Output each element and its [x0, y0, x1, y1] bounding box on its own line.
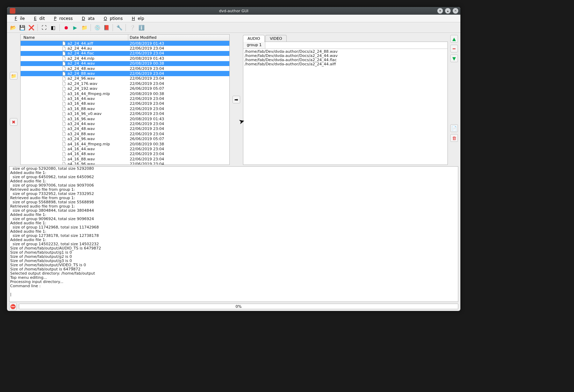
file-icon [62, 112, 66, 116]
record-icon[interactable]: ⏺ [62, 24, 70, 31]
file-row[interactable]: a3_16_44_ffmpeg.mlp20/08/2019 00:38 [21, 91, 229, 96]
file-row[interactable]: a2_24_44.mlp20/08/2019 01:43 [21, 56, 229, 61]
move-up-button[interactable]: ▲ [450, 35, 458, 43]
file-icon [62, 127, 66, 131]
file-icon [62, 41, 66, 45]
file-icon [62, 122, 66, 126]
delete-group-button[interactable]: 🗑 [450, 134, 458, 142]
file-icon [62, 92, 66, 96]
file-row[interactable]: a3_24_96.wav26/06/2019 05:07 [21, 136, 229, 141]
group-tab[interactable]: group 1 [243, 42, 265, 49]
file-icon [62, 117, 66, 121]
red-folder-icon[interactable]: 📕 [102, 24, 110, 31]
menu-file[interactable]: File [9, 15, 28, 22]
menu-help[interactable]: Help [126, 15, 147, 22]
file-date: 20/08/2019 00:38 [128, 142, 164, 146]
file-name: a3_24_44.wav [67, 122, 95, 126]
app-icon [10, 8, 15, 14]
file-row[interactable]: a4_16_96.wav22/06/2019 23:04 [21, 161, 229, 165]
select-all-icon[interactable]: ⛶ [40, 24, 48, 31]
file-date: 22/06/2019 23:04 [128, 107, 164, 111]
app-window: dvd-author GUI ▾ ▴ ✕ FileEditProcessData… [7, 7, 460, 311]
file-row[interactable]: a3_16_88.wav22/06/2019 23:04 [21, 106, 229, 111]
file-row[interactable]: a2_24_88.wav22/06/2019 23:04 [21, 71, 229, 76]
file-name: a2_24_44.mlp [67, 56, 94, 61]
file-date: 22/06/2019 23:04 [128, 101, 164, 106]
help-icon[interactable]: ❔ [128, 24, 136, 31]
open-icon[interactable]: 📂 [9, 24, 17, 31]
file-row[interactable]: a3_24_44.wav22/06/2019 23:04 [21, 121, 229, 126]
file-name: a4_16_88.wav [67, 157, 95, 161]
file-row[interactable]: a2_24_176.wav22/06/2019 23:04 [21, 81, 229, 86]
file-list-body[interactable]: a2_24_44.aiff20/08/2019 01:43a2_24_44.au… [21, 41, 229, 165]
file-date: 22/06/2019 23:04 [128, 152, 164, 156]
file-row[interactable]: a2_24_44.wav20/08/2019 00:38 [21, 61, 229, 66]
menu-process[interactable]: Process [48, 15, 76, 22]
file-row[interactable]: a3_16_44.wav22/06/2019 23:04 [21, 96, 229, 101]
output-folder-icon[interactable]: 📁 [80, 24, 88, 31]
file-row[interactable]: a3_24_48.wav22/06/2019 23:04 [21, 126, 229, 131]
left-side-buttons: 📁 ✖ [9, 34, 18, 165]
file-row[interactable]: a3_16_96.wav20/08/2019 01:43 [21, 116, 229, 121]
column-header-name[interactable]: Name [21, 35, 128, 41]
delete-icon[interactable]: ❌ [27, 24, 35, 31]
file-row[interactable]: a2_24_44.aiff20/08/2019 01:43 [21, 41, 229, 46]
file-name: a3_16_96_v0.wav [67, 111, 102, 116]
group-list-item[interactable]: /home/fab/Dev/dvda-author/Docs/a2_24_44.… [245, 62, 446, 66]
remove-item-button[interactable]: ━ [450, 45, 458, 52]
file-date: 22/06/2019 23:04 [128, 111, 164, 116]
file-row[interactable]: a4_16_88.wav22/06/2019 23:04 [21, 157, 229, 161]
file-row[interactable]: a3_24_88.wav22/06/2019 23:04 [21, 131, 229, 136]
file-icon [62, 142, 66, 146]
file-row[interactable]: a3_16_96_v0.wav22/06/2019 23:04 [21, 111, 229, 116]
minimize-button[interactable]: ▾ [437, 8, 443, 14]
file-row[interactable]: a4_16_48.wav22/06/2019 23:04 [21, 152, 229, 157]
move-down-button[interactable]: ▼ [450, 55, 458, 62]
new-group-button[interactable]: 📄 [450, 124, 458, 132]
file-list[interactable]: Name Date Modified a2_24_44.aiff20/08/20… [20, 34, 230, 165]
file-row[interactable]: a4_16_44_ffmpeg.mlp20/08/2019 00:38 [21, 141, 229, 146]
deselect-icon[interactable]: ◧ [49, 24, 57, 31]
stop-button[interactable]: ⛔ [9, 303, 17, 310]
column-header-date[interactable]: Date Modified [128, 35, 229, 41]
tab-video[interactable]: VIDEO [265, 35, 287, 42]
save-icon[interactable]: 💾 [18, 24, 26, 31]
file-row[interactable]: a2_24_192.wav26/06/2019 05:07 [21, 86, 229, 91]
file-name: a3_16_96.wav [67, 117, 95, 121]
add-folder-button[interactable]: 📁 [10, 72, 17, 80]
file-icon [62, 81, 66, 86]
file-name: a2_24_44.au [67, 46, 92, 51]
file-row[interactable]: a4_16_44.wav22/06/2019 23:04 [21, 146, 229, 151]
file-name: a4_16_44.wav [67, 147, 95, 151]
file-date: 26/06/2019 05:07 [128, 137, 164, 141]
tab-audio[interactable]: AUDIO [243, 35, 265, 42]
log-output[interactable]: size of group 5292080, total size 529208… [9, 166, 458, 302]
file-row[interactable]: a2_24_44.au22/06/2019 23:04 [21, 46, 229, 51]
disc-icon[interactable]: 💿 [93, 24, 101, 31]
file-date: 20/08/2019 00:38 [128, 92, 164, 96]
file-row[interactable]: a2_24_48.wav22/06/2019 23:04 [21, 66, 229, 71]
menu-data[interactable]: Data [76, 15, 98, 22]
info-icon[interactable]: ℹ️ [137, 24, 145, 31]
file-date: 22/06/2019 23:04 [128, 96, 164, 101]
menu-options[interactable]: Options [98, 15, 125, 22]
file-row[interactable]: a3_16_48.wav22/06/2019 23:04 [21, 101, 229, 106]
file-name: a3_16_44.wav [67, 96, 95, 101]
file-icon [62, 46, 66, 51]
maximize-button[interactable]: ▴ [445, 8, 451, 14]
remove-button[interactable]: ✖ [10, 118, 17, 126]
file-name: a3_24_88.wav [67, 132, 95, 136]
file-row[interactable]: a2_24_96.wav22/06/2019 23:04 [21, 76, 229, 81]
file-row[interactable]: a2_24_44.flac22/06/2019 23:04 [21, 51, 229, 56]
progress-label: 0% [236, 304, 242, 309]
group-file-list[interactable]: /home/fab/Dev/dvda-author/Docs/a2_24_88.… [243, 49, 447, 165]
play-icon[interactable]: ▶ [71, 24, 79, 31]
send-right-button[interactable]: ➡ [232, 96, 240, 103]
menu-edit[interactable]: Edit [28, 15, 48, 22]
toolbar: 📂💾❌⛶◧⏺▶📁💿📕🔧❔ℹ️ [7, 22, 460, 33]
close-button[interactable]: ✕ [453, 8, 458, 14]
file-date: 22/06/2019 23:04 [128, 126, 164, 131]
wrench-icon[interactable]: 🔧 [115, 24, 123, 31]
file-icon [62, 132, 66, 136]
file-icon [62, 61, 66, 66]
